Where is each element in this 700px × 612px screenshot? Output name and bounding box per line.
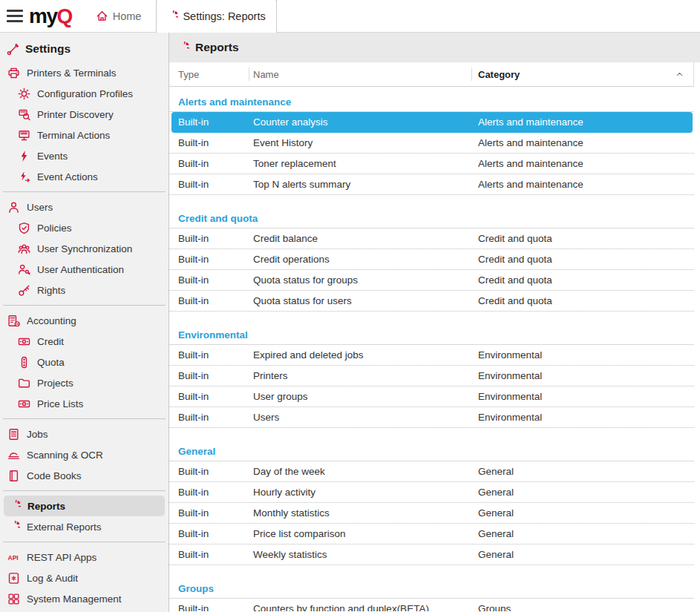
- column-header-name[interactable]: Name: [249, 62, 471, 86]
- sidebar-title: Settings: [0, 33, 169, 62]
- sidebar-item-reports[interactable]: Reports: [4, 496, 165, 516]
- users-group-icon: [17, 243, 30, 255]
- sidebar-item-accounting[interactable]: Accounting: [0, 310, 169, 331]
- report-row-price-list-comparison[interactable]: Built-inPrice list comparisonGeneral: [169, 524, 694, 544]
- report-row-counter-analysis[interactable]: Built-inCounter analysisAlerts and maint…: [171, 112, 693, 133]
- report-row-hourly-activity[interactable]: Built-inHourly activityGeneral: [169, 482, 694, 503]
- report-row-credit-balance[interactable]: Built-inCredit balanceCredit and quota: [169, 228, 694, 249]
- sidebar-item-rights[interactable]: Rights: [0, 280, 169, 300]
- cell-name: Day of the week: [253, 466, 478, 477]
- lightning-arrow-icon: [17, 171, 30, 183]
- report-row-day-of-the-week[interactable]: Built-inDay of the weekGeneral: [169, 461, 694, 482]
- tab-home[interactable]: Home: [91, 0, 152, 33]
- sidebar-item-label: Price Lists: [37, 398, 83, 409]
- sidebar-item-user-synchronization[interactable]: User Synchronization: [0, 238, 169, 259]
- report-row-toner-replacement[interactable]: Built-inToner replacementAlerts and main…: [169, 154, 694, 174]
- cell-type: Built-in: [178, 487, 253, 498]
- sidebar-item-user-authentication[interactable]: User Authentication: [0, 259, 169, 280]
- tab-settings-reports[interactable]: Settings: Reports: [156, 0, 276, 33]
- sidebar-item-system-management[interactable]: System Management: [0, 588, 169, 609]
- cell-category: General: [478, 487, 694, 498]
- report-row-event-history[interactable]: Built-inEvent HistoryAlerts and maintena…: [169, 133, 694, 154]
- sidebar-item-printers-terminals[interactable]: Printers & Terminals: [0, 62, 169, 83]
- cell-category: Alerts and maintenance: [478, 116, 693, 128]
- cell-name: Hourly activity: [253, 487, 478, 498]
- cell-name: Event History: [253, 137, 478, 148]
- sidebar-item-credit[interactable]: Credit: [0, 331, 169, 352]
- group-heading: Credit and quota: [178, 213, 700, 224]
- sidebar-divider: [3, 305, 166, 306]
- cell-type: Built-in: [178, 233, 253, 244]
- sidebar-item-events[interactable]: Events: [0, 145, 169, 166]
- report-group-general: GeneralBuilt-inDay of the weekGeneralBui…: [169, 428, 700, 565]
- cell-name: Credit balance: [253, 233, 478, 244]
- cell-type: Built-in: [178, 158, 253, 169]
- cell-type: Built-in: [178, 549, 253, 560]
- sidebar-item-code-books[interactable]: Code Books: [0, 465, 169, 486]
- pie-icon: [7, 500, 21, 513]
- report-row-top-n-alerts-summary[interactable]: Built-inTop N alerts summaryAlerts and m…: [169, 174, 694, 195]
- cell-type: Built-in: [178, 391, 253, 402]
- pie-chart-icon: [166, 10, 178, 23]
- cell-category: Environmental: [478, 391, 694, 402]
- report-group-credit-and-quota: Credit and quotaBuilt-inCredit balanceCr…: [169, 195, 700, 312]
- sidebar-item-scanning-ocr[interactable]: Scanning & OCR: [0, 444, 169, 465]
- report-row-users[interactable]: Built-inUsersEnvironmental: [169, 407, 694, 428]
- cell-category: Groups: [478, 603, 694, 611]
- key-icon: [17, 284, 30, 297]
- report-row-user-groups[interactable]: Built-inUser groupsEnvironmental: [169, 386, 694, 407]
- sidebar-item-terminal-actions[interactable]: Terminal Actions: [0, 125, 169, 145]
- sidebar-item-label: Reports: [27, 501, 65, 512]
- sidebar-item-price-lists[interactable]: Price Lists: [0, 393, 169, 414]
- cell-type: Built-in: [178, 254, 253, 265]
- column-header-type[interactable]: Type: [169, 62, 249, 86]
- sidebar-item-external-reports[interactable]: External Reports: [0, 516, 169, 537]
- column-header-category[interactable]: Category: [471, 62, 693, 86]
- sidebar-item-rest-api-apps[interactable]: APIREST API Apps: [0, 547, 169, 567]
- report-row-expired-and-deleted-jobs[interactable]: Built-inExpired and deleted jobsEnvironm…: [169, 345, 694, 366]
- main-content: Reports Type Name Category Alerts and ma…: [169, 33, 700, 612]
- report-row-printers[interactable]: Built-inPrintersEnvironmental: [169, 366, 694, 386]
- report-row-credit-operations[interactable]: Built-inCredit operationsCredit and quot…: [169, 249, 694, 270]
- user-key-icon: [17, 263, 30, 276]
- sidebar-item-event-actions[interactable]: Event Actions: [0, 166, 169, 187]
- pie-icon: [7, 521, 20, 533]
- sidebar-divider: [3, 490, 166, 491]
- sidebar-item-configuration-profiles[interactable]: Configuration Profiles: [0, 83, 169, 104]
- cell-category: General: [478, 549, 694, 560]
- myq-logo[interactable]: my Q: [29, 6, 72, 27]
- sidebar-item-printer-discovery[interactable]: Printer Discovery: [0, 104, 169, 125]
- cell-category: Alerts and maintenance: [478, 158, 694, 169]
- sidebar-item-label: Events: [37, 151, 68, 162]
- sidebar-item-jobs[interactable]: Jobs: [0, 424, 169, 444]
- report-row-quota-status-for-users[interactable]: Built-inQuota status for usersCredit and…: [169, 291, 694, 312]
- sidebar-item-projects[interactable]: Projects: [0, 372, 169, 393]
- page-title: Reports: [195, 41, 239, 54]
- cell-category: Credit and quota: [478, 274, 694, 286]
- tab-home-label: Home: [113, 10, 142, 22]
- sidebar-divider: [3, 191, 166, 192]
- cell-type: Built-in: [178, 349, 253, 361]
- sidebar-item-users[interactable]: Users: [0, 197, 169, 217]
- topbar: my Q Home Settings: Reports: [0, 0, 700, 33]
- reports-table-body: Alerts and maintenanceBuilt-inCounter an…: [169, 87, 700, 611]
- cell-name: Toner replacement: [253, 158, 478, 169]
- cell-category: Environmental: [478, 412, 694, 423]
- cell-type: Built-in: [178, 507, 253, 519]
- report-row-quota-status-for-groups[interactable]: Built-inQuota status for groupsCredit an…: [169, 270, 694, 291]
- cell-type: Built-in: [178, 179, 253, 190]
- report-row-counters-by-function-and-duplex-beta[interactable]: Built-inCounters by function and duplex(…: [169, 599, 694, 611]
- hamburger-menu-icon[interactable]: [7, 10, 23, 22]
- sidebar-item-policies[interactable]: Policies: [0, 217, 169, 238]
- cell-category: General: [478, 507, 694, 519]
- sidebar-item-quota[interactable]: Quota: [0, 352, 169, 372]
- report-row-weekly-statistics[interactable]: Built-inWeekly statisticsGeneral: [169, 544, 694, 565]
- sidebar-item-label: Printer Discovery: [37, 109, 114, 120]
- report-row-monthly-statistics[interactable]: Built-inMonthly statisticsGeneral: [169, 503, 694, 524]
- sidebar-item-label: Code Books: [27, 470, 82, 481]
- logo-text-q: Q: [56, 6, 71, 27]
- sidebar-item-label: Event Actions: [37, 171, 98, 182]
- sidebar-item-log-audit[interactable]: Log & Audit: [0, 567, 169, 588]
- book-icon: [7, 470, 20, 482]
- cell-type: Built-in: [178, 116, 253, 128]
